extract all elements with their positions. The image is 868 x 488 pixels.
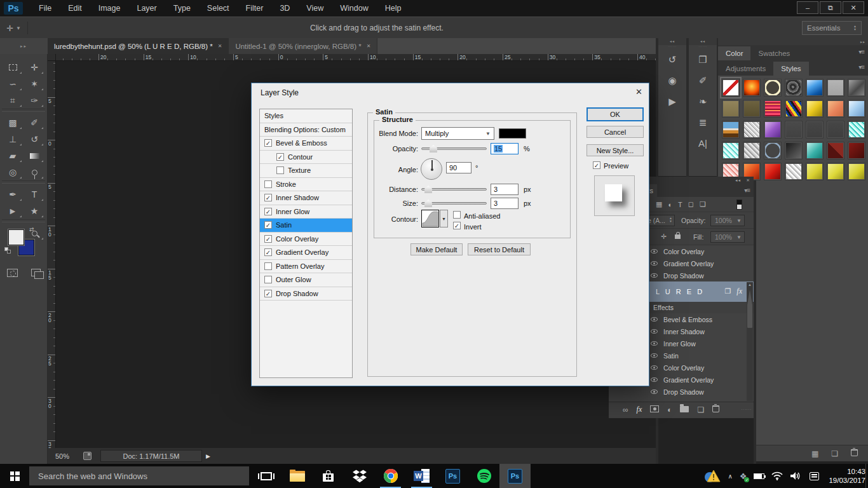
layers-scrollbar[interactable]: ▲ — [747, 282, 753, 401]
action-center-icon[interactable] — [810, 472, 819, 480]
visibility-eye-icon[interactable] — [651, 273, 658, 278]
document-tab[interactable]: Untitled-1 @ 50% (innerglow, RGB/8) *✕ — [229, 38, 377, 54]
reset-to-default-button[interactable]: Reset to Default — [468, 243, 531, 255]
distance-slider[interactable] — [421, 188, 487, 191]
style-metal-gradient[interactable] — [848, 79, 865, 97]
preview-checkbox[interactable]: ✓ — [593, 161, 600, 169]
tool-preset-picker[interactable]: ✛ ▼ — [6, 22, 28, 34]
tab-color[interactable]: Color — [718, 46, 750, 60]
history-panel-button[interactable]: ↺ — [658, 49, 686, 70]
quick-mask-button[interactable] — [7, 269, 18, 277]
default-colors-icon[interactable] — [4, 247, 12, 254]
style-bw-noise[interactable] — [743, 121, 761, 139]
style-list-item-texture[interactable]: Texture — [260, 164, 352, 178]
style-list-item-gradient-overlay[interactable]: ✓Gradient Overlay — [260, 246, 352, 260]
style-red-bevel[interactable] — [764, 163, 782, 180]
thumbnail-size-icon[interactable]: ▦ — [811, 449, 818, 458]
crop-tool[interactable]: ⌗ — [2, 92, 24, 109]
menu-type[interactable]: Type — [165, 0, 199, 17]
dropbox-button[interactable] — [344, 464, 375, 488]
menu-layer[interactable]: Layer — [128, 0, 165, 17]
filter-pixel-layers-icon[interactable]: ▦ — [656, 200, 662, 208]
close-panel-icon[interactable]: ✕ — [746, 178, 750, 183]
lock-all-icon[interactable] — [675, 234, 681, 239]
photoshop-button[interactable]: Ps — [437, 464, 468, 488]
style-red-glow[interactable] — [743, 79, 761, 97]
style-maroon-bevel[interactable] — [848, 142, 865, 159]
checkbox[interactable] — [276, 166, 284, 174]
style-none[interactable] — [722, 79, 740, 97]
show-desktop-button[interactable] — [865, 464, 868, 488]
menu-select[interactable]: Select — [199, 0, 238, 17]
filter-shape-layers-icon[interactable]: ◻ — [688, 200, 694, 208]
style-dark-outline-1[interactable] — [806, 121, 824, 139]
cancel-button[interactable]: Cancel — [587, 126, 644, 138]
hidden-icons-chevron[interactable]: ∧ — [728, 473, 732, 480]
filter-smart-objects-icon[interactable]: ❏ — [700, 200, 706, 208]
checkbox[interactable] — [264, 180, 272, 188]
tab-styles[interactable]: Styles — [773, 62, 808, 76]
channels-panel-button[interactable]: ◉ — [658, 70, 686, 91]
delete-icon[interactable] — [851, 449, 858, 458]
checkbox[interactable]: ✓ — [264, 248, 272, 256]
style-cream-ring[interactable] — [764, 79, 782, 97]
style-list-item-bevel-emboss[interactable]: ✓Bevel & Emboss — [260, 137, 352, 151]
tab-adjustments[interactable]: Adjustments — [718, 62, 773, 76]
panel-menu-icon[interactable]: ▾≡ — [744, 187, 750, 194]
scrollbar-thumb[interactable] — [747, 290, 752, 328]
lock-position-icon[interactable]: ✛ — [661, 233, 667, 241]
style-slate-outline[interactable] — [764, 142, 782, 159]
style-olive[interactable] — [743, 100, 761, 118]
panel-menu-icon[interactable]: ▾≡ — [858, 48, 864, 55]
move-tool[interactable]: ✛ — [24, 59, 45, 76]
expand-dock-icon[interactable]: ▸▸ — [718, 38, 868, 45]
contour-dropdown-icon[interactable]: ▼ — [440, 210, 448, 227]
character-panel-button[interactable]: A| — [689, 133, 717, 154]
eyedropper-tool[interactable]: ✑ — [24, 92, 45, 109]
style-list-item-satin[interactable]: ✓Satin — [260, 219, 352, 233]
rectangular-marquee-tool[interactable] — [2, 59, 24, 76]
style-list-item-inner-shadow[interactable]: ✓Inner Shadow — [260, 191, 352, 205]
checkbox[interactable] — [264, 262, 272, 270]
visibility-eye-icon[interactable] — [651, 249, 658, 254]
angle-field[interactable]: 90 — [446, 162, 471, 173]
start-button[interactable] — [0, 464, 29, 488]
battery-icon[interactable] — [754, 473, 764, 479]
new-layer-icon[interactable]: ❏ — [697, 405, 704, 414]
screen-mode-button[interactable] — [31, 269, 41, 276]
photoshop-active-button[interactable]: Ps — [499, 464, 531, 488]
visibility-eye-icon[interactable] — [651, 377, 658, 382]
minimize-button[interactable]: – — [797, 1, 818, 14]
style-yellowgreen-bevel-1[interactable] — [806, 163, 824, 180]
style-maroon-split[interactable] — [827, 142, 844, 159]
tab-close-icon[interactable]: ✕ — [218, 43, 222, 49]
style-black-gradient[interactable] — [785, 142, 803, 159]
new-item-icon[interactable]: ❏ — [831, 449, 838, 458]
style-yellowgreen-bevel-3[interactable] — [848, 163, 865, 180]
dodge-tool[interactable] — [24, 164, 45, 180]
file-explorer-button[interactable] — [281, 464, 313, 488]
style-salmon[interactable] — [827, 100, 844, 118]
visibility-eye-icon[interactable] — [651, 390, 658, 394]
collapse-dock-icon[interactable]: ◂◂ — [735, 178, 741, 183]
maintenance-warning-icon[interactable] — [704, 469, 721, 483]
style-purple-bevel[interactable] — [764, 121, 782, 139]
opacity-slider[interactable] — [421, 147, 487, 150]
style-list-item-pattern-overlay[interactable]: Pattern Overlay — [260, 260, 352, 274]
filter-adjustment-layers-icon[interactable]: ◐ — [668, 201, 672, 208]
menu-window[interactable]: Window — [332, 0, 376, 17]
style-gray-noise[interactable] — [743, 142, 761, 159]
task-view-button[interactable] — [250, 464, 281, 488]
word-button[interactable]: W — [406, 464, 437, 488]
style-teal-bevel[interactable] — [806, 142, 824, 159]
layer-effect-row[interactable]: Drop Shadow — [609, 386, 754, 398]
style-cyan-glow[interactable] — [722, 142, 740, 159]
type-tool[interactable]: T — [24, 186, 45, 203]
foreground-color-swatch[interactable] — [8, 229, 24, 245]
style-blue-gloss[interactable] — [806, 79, 824, 97]
style-list-item-blending-options-custom[interactable]: Blending Options: Custom — [260, 123, 352, 137]
filter-toggle-icon[interactable] — [736, 200, 742, 210]
scroll-up-icon[interactable]: ▲ — [747, 283, 753, 287]
pen-tool[interactable]: ✒ — [2, 186, 24, 203]
toolbar-dock-header[interactable]: ▸▸ — [0, 38, 48, 54]
